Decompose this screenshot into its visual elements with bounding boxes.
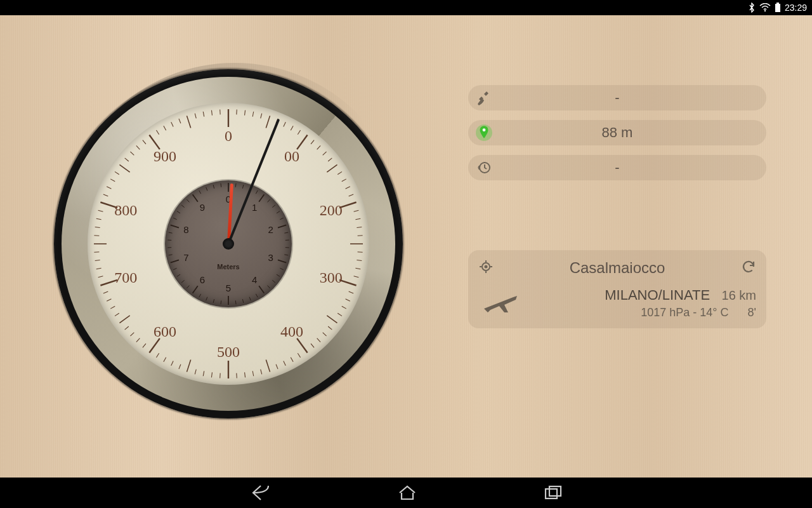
svg-line-137 — [235, 300, 236, 304]
svg-line-127 — [284, 255, 288, 255]
location-readout-row[interactable]: 88 m — [468, 120, 766, 145]
svg-line-49 — [261, 370, 262, 375]
svg-line-99 — [195, 114, 196, 119]
status-bar: 23:29 — [0, 0, 812, 15]
svg-line-61 — [164, 358, 166, 362]
svg-line-141 — [206, 297, 207, 301]
history-readout-row[interactable]: - — [468, 155, 766, 180]
svg-line-54 — [220, 373, 221, 378]
svg-line-38 — [327, 316, 337, 323]
svg-text:3: 3 — [268, 252, 273, 263]
svg-text:800: 800 — [114, 202, 137, 218]
svg-line-63 — [149, 338, 159, 353]
svg-rect-179 — [549, 486, 561, 496]
svg-line-14 — [311, 140, 314, 144]
svg-line-145 — [181, 280, 185, 283]
svg-line-60 — [171, 361, 173, 366]
svg-line-35 — [346, 299, 350, 301]
svg-line-22 — [349, 194, 353, 196]
svg-line-58 — [187, 360, 190, 372]
svg-line-30 — [357, 260, 362, 261]
svg-line-102 — [220, 109, 221, 114]
svg-line-26 — [357, 227, 362, 227]
svg-line-59 — [179, 364, 181, 369]
svg-text:4: 4 — [252, 274, 257, 285]
svg-line-4 — [237, 109, 237, 114]
svg-line-161 — [213, 185, 214, 189]
svg-line-124 — [284, 232, 288, 233]
svg-text:00: 00 — [284, 148, 299, 164]
svg-line-42 — [311, 344, 314, 347]
svg-line-131 — [272, 280, 275, 283]
station-distance: 16 km — [722, 288, 756, 302]
svg-line-77 — [94, 252, 99, 253]
svg-line-71 — [107, 299, 111, 301]
place-name: Casalmaiocco — [494, 259, 741, 277]
svg-line-140 — [213, 299, 214, 303]
svg-line-13 — [297, 135, 307, 149]
svg-point-174 — [483, 128, 486, 131]
svg-line-118 — [259, 194, 264, 201]
navigation-bar — [0, 478, 812, 508]
svg-text:400: 400 — [280, 323, 303, 340]
svg-text:1: 1 — [252, 202, 257, 213]
svg-line-51 — [245, 372, 246, 377]
svg-line-25 — [355, 218, 360, 219]
svg-line-52 — [237, 373, 237, 378]
svg-line-82 — [98, 210, 103, 211]
svg-line-155 — [177, 211, 180, 213]
recent-apps-button[interactable] — [544, 485, 563, 501]
locate-icon[interactable] — [478, 259, 494, 277]
svg-line-101 — [211, 110, 212, 116]
svg-rect-1 — [775, 4, 780, 12]
gps-readout-row[interactable]: - — [468, 85, 766, 110]
svg-line-55 — [211, 372, 212, 377]
svg-line-92 — [143, 140, 146, 144]
svg-line-93 — [149, 135, 159, 149]
battery-icon — [775, 3, 781, 13]
home-button[interactable] — [398, 484, 417, 502]
svg-line-122 — [280, 218, 283, 220]
svg-line-62 — [156, 353, 159, 358]
svg-line-11 — [291, 126, 293, 130]
svg-line-120 — [272, 205, 275, 208]
svg-line-68 — [119, 316, 129, 323]
station-age: 8' — [748, 306, 756, 319]
location-readout-value: 88 m — [500, 124, 766, 141]
svg-line-160 — [206, 187, 207, 191]
svg-line-67 — [125, 326, 129, 330]
svg-line-56 — [203, 371, 204, 376]
svg-line-6 — [252, 112, 253, 117]
svg-line-43 — [297, 338, 307, 353]
svg-line-114 — [235, 184, 236, 187]
svg-line-147 — [173, 268, 176, 270]
svg-line-91 — [136, 145, 140, 149]
svg-line-97 — [179, 119, 181, 123]
svg-line-10 — [284, 122, 285, 126]
svg-line-158 — [193, 194, 198, 201]
svg-text:200: 200 — [320, 202, 343, 218]
svg-line-19 — [337, 171, 342, 174]
svg-line-8 — [266, 116, 270, 128]
status-time: 23:29 — [785, 3, 807, 13]
svg-line-85 — [107, 187, 111, 189]
svg-line-36 — [342, 306, 346, 309]
svg-line-136 — [242, 299, 243, 303]
svg-line-27 — [358, 236, 363, 236]
back-button[interactable] — [249, 483, 271, 502]
svg-point-177 — [485, 266, 487, 268]
svg-rect-178 — [546, 489, 557, 498]
svg-line-98 — [187, 116, 190, 128]
svg-line-159 — [199, 190, 201, 194]
gauge-face: 000200300400500600700800900 0123456789 M… — [88, 103, 369, 385]
svg-line-142 — [199, 294, 201, 297]
svg-line-72 — [103, 291, 108, 293]
svg-text:5: 5 — [226, 283, 231, 293]
gps-readout-value: - — [500, 90, 766, 106]
gauge-hub — [223, 238, 234, 250]
svg-line-47 — [276, 364, 278, 369]
airplane-icon — [478, 287, 523, 315]
svg-line-119 — [268, 199, 270, 202]
refresh-icon[interactable] — [741, 259, 756, 277]
svg-line-16 — [323, 152, 327, 155]
